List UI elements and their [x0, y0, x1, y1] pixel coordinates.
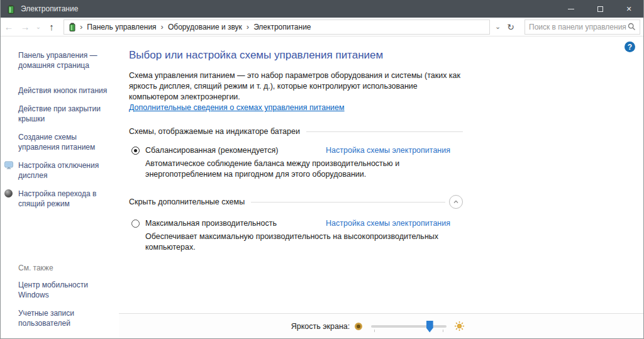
history-dropdown-icon[interactable]: ⌄: [33, 23, 43, 30]
plan-settings-link[interactable]: Настройка схемы электропитания: [326, 146, 450, 155]
title-bar: Электропитание ✕: [1, 0, 643, 18]
plan-name[interactable]: Максимальная производительность: [145, 219, 277, 228]
window-body: Панель управления — домашняя страница Де…: [1, 36, 643, 338]
brightness-slider-thumb[interactable]: [426, 321, 433, 333]
close-button[interactable]: ✕: [614, 0, 643, 18]
sleep-icon: [4, 189, 13, 197]
plan-description: Обеспечивает максимальную производительн…: [145, 231, 463, 253]
breadcrumb-battery-icon: [68, 23, 77, 31]
section-divider: [306, 131, 463, 132]
collapse-section-button[interactable]: [449, 195, 463, 209]
plan-row-balanced: Сбалансированная (рекомендуется) Настрой…: [131, 146, 463, 155]
plan-row-max-performance: Максимальная производительность Настройк…: [131, 219, 463, 228]
sidebar-item-label: Настройка отключения дисплея: [18, 161, 99, 180]
sidebar: Панель управления — домашняя страница Де…: [1, 36, 119, 338]
brightness-high-icon: [454, 321, 465, 331]
slider-tick: [374, 330, 375, 332]
radio-max-performance[interactable]: [131, 220, 140, 228]
sidebar-item-mobility-center[interactable]: Центр мобильности Windows: [18, 280, 114, 300]
slider-track[interactable]: [371, 325, 447, 328]
navigation-bar: ← → ⌄ ↑ › Панель управления › Оборудован…: [1, 18, 643, 36]
breadcrumb-control-panel[interactable]: Панель управления: [83, 23, 160, 31]
maximize-icon: [597, 6, 603, 12]
address-bar[interactable]: › Панель управления › Оборудование и зву…: [64, 19, 490, 35]
sidebar-item-label: Настройка перехода в спящий режим: [18, 189, 96, 208]
plan-name[interactable]: Сбалансированная (рекомендуется): [145, 146, 278, 155]
minimize-button[interactable]: [557, 0, 586, 18]
sidebar-item-sleep-settings[interactable]: Настройка перехода в спящий режим: [18, 189, 113, 209]
brightness-label: Яркость экрана:: [291, 322, 350, 331]
help-icon[interactable]: ?: [625, 42, 635, 52]
close-icon: ✕: [626, 6, 631, 13]
plan-settings-link[interactable]: Настройка схемы электропитания: [326, 219, 450, 228]
section-additional-plans: Скрыть дополнительные схемы Максимальная…: [129, 195, 463, 253]
sidebar-item-power-buttons[interactable]: Действия кнопок питания: [18, 86, 113, 96]
section-header: Схемы, отображаемые на индикаторе батаре…: [129, 127, 300, 136]
main-content: Выбор или настройка схемы управления пит…: [119, 36, 643, 313]
section-battery-plans: Схемы, отображаемые на индикаторе батаре…: [129, 127, 463, 180]
main-area: ? Выбор или настройка схемы управления п…: [119, 36, 643, 338]
power-options-window: Электропитание ✕ ← → ⌄ ↑ › Панель управл…: [0, 0, 644, 339]
search-input[interactable]: [529, 23, 628, 31]
address-dropdown-icon[interactable]: ⌄: [490, 23, 506, 31]
brightness-low-icon: [355, 323, 362, 330]
search-icon[interactable]: [628, 23, 636, 31]
sidebar-spacer: [18, 217, 114, 264]
address-tools: ⌄ ↻: [490, 22, 519, 32]
page-title: Выбор или настройка схемы управления пит…: [129, 49, 633, 62]
display-icon: [4, 161, 13, 170]
plan-description: Автоматическое соблюдение баланса между …: [145, 158, 463, 180]
slider-tick: [443, 330, 443, 332]
maximize-button[interactable]: [586, 0, 614, 18]
breadcrumb-hardware-sound[interactable]: Оборудование и звук: [164, 23, 246, 31]
back-button[interactable]: ←: [1, 21, 17, 32]
see-also-header: См. также: [18, 264, 114, 272]
radio-balanced[interactable]: [131, 147, 140, 155]
section-header: Скрыть дополнительные схемы: [129, 197, 245, 206]
more-info-link[interactable]: Дополнительные сведения о схемах управле…: [129, 103, 345, 112]
sidebar-item-display-off[interactable]: Настройка отключения дисплея: [18, 160, 113, 181]
sidebar-item-user-accounts[interactable]: Учетные записи пользователей: [18, 308, 94, 328]
refresh-icon[interactable]: ↻: [506, 22, 519, 32]
section-divider: [251, 202, 445, 203]
breadcrumb-power-options[interactable]: Электропитание: [250, 23, 314, 31]
brightness-slider[interactable]: [371, 320, 447, 333]
sidebar-item-home[interactable]: Панель управления — домашняя страница: [18, 50, 113, 70]
window-title: Электропитание: [21, 4, 78, 13]
forward-button[interactable]: →: [17, 21, 33, 32]
search-box: [525, 19, 640, 35]
sidebar-item-lid-close[interactable]: Действие при закрытии крышки: [18, 104, 113, 124]
battery-app-icon: [6, 4, 16, 14]
minimize-icon: [568, 9, 574, 9]
up-button[interactable]: ↑: [43, 21, 60, 32]
brightness-bar: Яркость экрана:: [119, 313, 643, 338]
intro-text: Схема управления питанием — это набор па…: [129, 70, 467, 103]
sidebar-item-create-plan[interactable]: Создание схемы управления питанием: [18, 132, 113, 152]
